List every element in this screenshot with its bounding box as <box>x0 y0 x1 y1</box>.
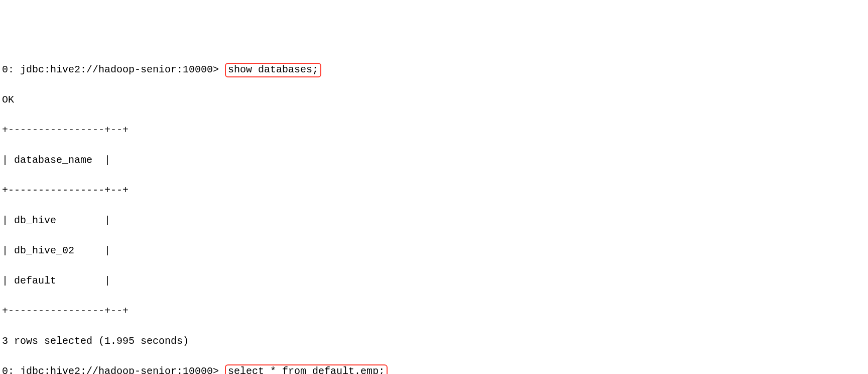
table-row: | default | <box>2 273 866 289</box>
table-row: | db_hive_02 | <box>2 243 866 258</box>
prompt-line-2: 0: jdbc:hive2://hadoop-senior:10000> sel… <box>2 364 866 374</box>
command-1-highlight: show databases; <box>225 63 321 77</box>
command-1: show databases; <box>228 64 318 75</box>
prompt-line-1: 0: jdbc:hive2://hadoop-senior:10000> sho… <box>2 62 866 77</box>
prompt-1: 0: jdbc:hive2://hadoop-senior:10000> <box>2 64 225 75</box>
result-summary-1: 3 rows selected (1.995 seconds) <box>2 334 866 349</box>
command-2-highlight: select * from default.emp; <box>225 364 388 374</box>
prompt-2: 0: jdbc:hive2://hadoop-senior:10000> <box>2 365 225 374</box>
db-table-border-mid: +----------------+--+ <box>2 183 866 198</box>
db-table-border-bottom: +----------------+--+ <box>2 304 866 319</box>
command-2: select * from default.emp; <box>228 365 385 374</box>
db-table-border-top: +----------------+--+ <box>2 123 866 138</box>
db-table-header: | database_name | <box>2 153 866 168</box>
ok-status-1: OK <box>2 92 866 108</box>
table-row: | db_hive | <box>2 213 866 228</box>
